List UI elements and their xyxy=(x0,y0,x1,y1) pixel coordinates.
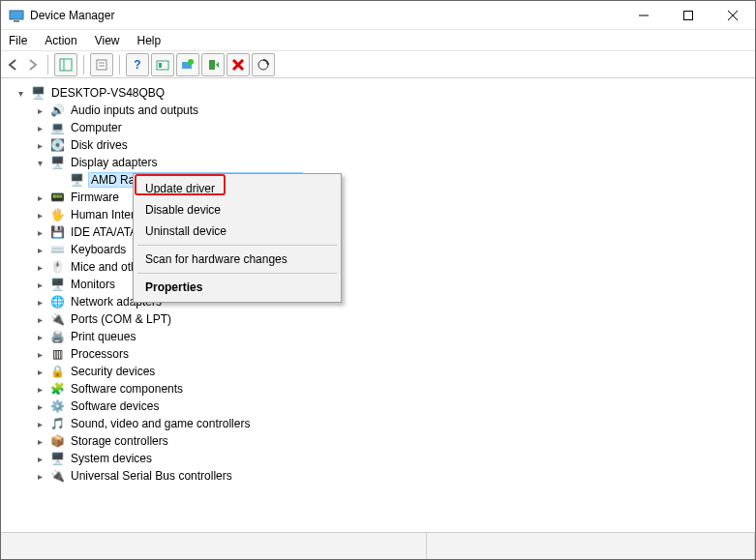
chevron-right-icon[interactable]: ▸ xyxy=(34,349,45,360)
titlebar: Device Manager xyxy=(1,1,755,30)
menu-help[interactable]: Help xyxy=(136,32,164,49)
ctx-update-driver[interactable]: Update driver xyxy=(136,178,339,199)
chevron-right-icon[interactable]: ▸ xyxy=(34,192,45,203)
tree-item-label: Software components xyxy=(69,382,185,396)
device-category-icon: ⌨️ xyxy=(49,242,65,257)
chevron-right-icon[interactable]: ▸ xyxy=(34,314,45,325)
chevron-right-icon[interactable]: ▸ xyxy=(34,105,45,116)
tree-item-label: System devices xyxy=(69,452,154,465)
tree-item[interactable]: ▸▥Processors xyxy=(34,345,755,363)
chevron-right-icon[interactable]: ▸ xyxy=(34,227,45,238)
menu-file[interactable]: File xyxy=(7,32,29,49)
device-category-icon: 🖥️ xyxy=(49,277,65,292)
tree-item[interactable]: ▸📦Storage controllers xyxy=(34,432,755,450)
chevron-right-icon[interactable]: ▸ xyxy=(34,332,45,342)
enable-device-button[interactable] xyxy=(201,53,225,76)
device-category-icon: 📟 xyxy=(49,190,65,205)
minimize-button[interactable] xyxy=(621,1,666,30)
chevron-right-icon[interactable]: ▸ xyxy=(34,280,45,290)
device-category-icon: 💾 xyxy=(49,224,65,240)
tree-item[interactable]: ▸🔊Audio inputs and outputs xyxy=(34,102,755,119)
scan-hardware-button[interactable] xyxy=(252,53,275,76)
chevron-right-icon[interactable]: ▸ xyxy=(34,367,45,377)
show-hide-tree-button[interactable] xyxy=(54,53,77,76)
tree-item-label: Audio inputs and outputs xyxy=(69,103,200,117)
uninstall-device-button[interactable] xyxy=(227,53,250,76)
tree-item-label: Print queues xyxy=(69,330,137,343)
tree-item[interactable]: ▸🔒Security devices xyxy=(34,363,755,380)
chevron-right-icon[interactable]: ▸ xyxy=(34,384,45,395)
app-icon xyxy=(9,8,24,23)
update-driver-button[interactable] xyxy=(176,53,199,76)
tree-item[interactable]: ▸🔌Ports (COM & LPT) xyxy=(34,310,755,328)
tree-item-label: Keyboards xyxy=(69,243,128,256)
tree-item[interactable]: ▸💽Disk drives xyxy=(34,136,755,154)
tree-item-label: Computer xyxy=(69,121,124,134)
device-category-icon: ⚙️ xyxy=(49,398,65,414)
svg-rect-6 xyxy=(60,59,72,71)
device-icon: 🖥️ xyxy=(69,172,84,188)
ctx-properties[interactable]: Properties xyxy=(136,277,339,298)
device-category-icon: ▥ xyxy=(49,346,65,362)
ctx-separator xyxy=(137,245,337,246)
chevron-right-icon[interactable]: ▸ xyxy=(34,245,45,255)
chevron-right-icon[interactable]: ▸ xyxy=(34,401,45,412)
tree-item[interactable]: ▸🧩Software components xyxy=(34,380,755,398)
device-category-icon: 🖨️ xyxy=(49,329,65,344)
tree-root[interactable]: ▾ 🖥️ DESKTOP-VS48QBQ xyxy=(15,84,755,102)
tree-item-label: Display adapters xyxy=(69,156,159,169)
maximize-button[interactable] xyxy=(666,1,711,30)
computer-icon: 🖥️ xyxy=(30,85,45,101)
ctx-scan-hardware[interactable]: Scan for hardware changes xyxy=(136,249,339,270)
tree-item[interactable]: ▸🔌Universal Serial Bus controllers xyxy=(34,467,755,485)
ctx-separator xyxy=(137,273,337,274)
device-category-icon: 🔒 xyxy=(49,364,65,379)
tree-item[interactable]: ▸💻Computer xyxy=(34,119,755,136)
device-tree-pane[interactable]: ▾ 🖥️ DESKTOP-VS48QBQ ▸🔊Audio inputs and … xyxy=(1,78,755,532)
chevron-right-icon[interactable]: ▸ xyxy=(34,436,45,447)
tree-item[interactable]: ▸🖥️System devices xyxy=(34,450,755,467)
chevron-right-icon[interactable]: ▸ xyxy=(34,297,45,308)
chevron-right-icon[interactable]: ▸ xyxy=(34,419,45,429)
chevron-right-icon[interactable]: ▸ xyxy=(34,210,45,221)
menu-view[interactable]: View xyxy=(93,32,122,49)
ctx-uninstall-device[interactable]: Uninstall device xyxy=(136,221,339,242)
help-button[interactable]: ? xyxy=(126,53,149,76)
tree-item[interactable]: ▸⚙️Software devices xyxy=(34,398,755,415)
tree-item[interactable]: ▾🖥️Display adapters xyxy=(34,154,755,171)
chevron-right-icon[interactable]: ▸ xyxy=(34,123,45,133)
tree-item[interactable]: ▸🖨️Print queues xyxy=(34,328,755,345)
menubar: File Action View Help xyxy=(1,30,755,51)
device-category-icon: 💻 xyxy=(49,120,65,135)
device-category-icon: 🖐️ xyxy=(49,207,65,222)
svg-rect-0 xyxy=(10,11,23,19)
chevron-right-icon[interactable]: ▸ xyxy=(34,262,45,273)
tree-item-label: Security devices xyxy=(69,365,157,378)
properties-button[interactable] xyxy=(90,53,113,76)
device-category-icon: 🖱️ xyxy=(49,259,65,275)
device-category-icon: 🧩 xyxy=(49,381,65,397)
action-button[interactable] xyxy=(151,53,174,76)
tree-item-label: Firmware xyxy=(69,191,121,204)
chevron-right-icon[interactable]: ▸ xyxy=(34,454,45,464)
back-button[interactable] xyxy=(5,53,22,76)
ctx-disable-device[interactable]: Disable device xyxy=(136,199,339,221)
context-menu: Update driver Disable device Uninstall d… xyxy=(133,173,342,303)
chevron-down-icon[interactable]: ▾ xyxy=(34,158,45,168)
forward-button[interactable] xyxy=(24,53,42,76)
close-button[interactable] xyxy=(711,1,755,30)
chevron-right-icon[interactable]: ▸ xyxy=(34,471,45,482)
tree-item-label: Universal Serial Bus controllers xyxy=(69,469,234,483)
device-manager-window: Device Manager File Action View Help ? xyxy=(0,0,756,560)
svg-rect-3 xyxy=(684,11,693,19)
device-category-icon: 🖥️ xyxy=(49,451,65,466)
chevron-down-icon[interactable]: ▾ xyxy=(15,88,26,99)
tree-item-label: Disk drives xyxy=(69,138,130,152)
tree-root-label: DESKTOP-VS48QBQ xyxy=(49,86,166,100)
tree-item[interactable]: ▸🎵Sound, video and game controllers xyxy=(34,415,755,432)
device-category-icon: 💽 xyxy=(49,137,65,153)
menu-action[interactable]: Action xyxy=(43,32,78,49)
tree-item-label: Sound, video and game controllers xyxy=(69,417,252,430)
svg-rect-15 xyxy=(209,60,215,70)
chevron-right-icon[interactable]: ▸ xyxy=(34,140,45,151)
